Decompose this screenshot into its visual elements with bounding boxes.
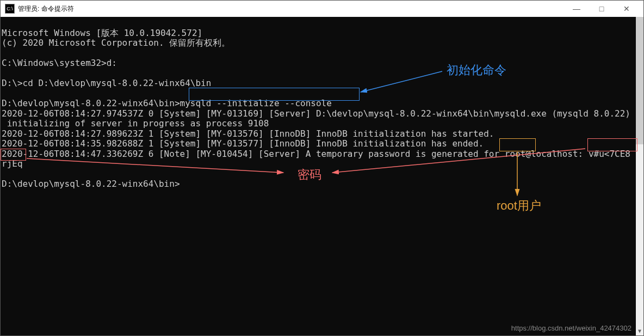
close-button[interactable]: ✕ xyxy=(614,1,639,17)
window-title: 管理员: 命令提示符 xyxy=(18,4,564,14)
cmd-icon: C:\ xyxy=(5,4,15,14)
line: D:\devlop\mysql-8.0.22-winx64\bin>mysqld… xyxy=(2,98,332,108)
line: 2020-12-06T08:14:27.989623Z 1 [System] [… xyxy=(2,129,494,139)
line: 2020-12-06T08:14:27.974537Z 0 [System] [… xyxy=(2,108,630,119)
line: 2020-12-06T08:14:35.982688Z 1 [System] [… xyxy=(2,138,484,149)
line: C:\Windows\system32>d: xyxy=(2,58,117,68)
title-bar: C:\ 管理员: 命令提示符 — □ ✕ xyxy=(1,1,643,17)
scroll-down-arrow-icon[interactable]: ▼ xyxy=(636,327,643,335)
line: rjEq xyxy=(2,158,23,169)
vertical-scrollbar[interactable]: ▲ ▼ xyxy=(636,17,643,335)
line: D:\>cd D:\devlop\mysql-8.0.22-winx64\bin xyxy=(2,78,211,88)
line: 2020-12-06T08:14:47.336269Z 6 [Note] [MY… xyxy=(2,149,630,159)
line: initializing of server in progress as pr… xyxy=(2,118,269,129)
maximize-button[interactable]: □ xyxy=(589,1,614,17)
line: D:\devlop\mysql-8.0.22-winx64\bin> xyxy=(2,179,180,189)
line: (c) 2020 Microsoft Corporation. 保留所有权利。 xyxy=(2,38,230,48)
window-controls: — □ ✕ xyxy=(564,1,639,17)
minimize-button[interactable]: — xyxy=(564,1,589,17)
command-prompt-window: C:\ 管理员: 命令提示符 — □ ✕ Microsoft Windows [… xyxy=(0,0,644,336)
scroll-thumb[interactable] xyxy=(636,17,643,144)
line: Microsoft Windows [版本 10.0.19042.572] xyxy=(2,28,202,38)
terminal-output[interactable]: Microsoft Windows [版本 10.0.19042.572] (c… xyxy=(1,17,636,335)
